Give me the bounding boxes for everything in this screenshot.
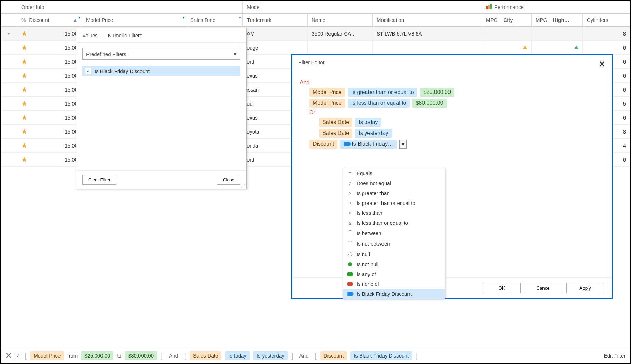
star-icon: ★: [21, 57, 27, 66]
band-performance-label: Performance: [494, 4, 524, 10]
column-filter-popup: Values Numeric Filters Predefined Filter…: [76, 28, 247, 189]
tag-icon: [344, 142, 350, 146]
operator-option[interactable]: ≤Is less than or equal to: [343, 218, 445, 228]
operator-option[interactable]: Is not null: [343, 259, 445, 269]
band-order-info[interactable]: Order Info: [17, 1, 243, 13]
condition-row[interactable]: Model Price Is greater than or equal to …: [309, 88, 604, 97]
operator-option[interactable]: Is any of: [343, 269, 445, 279]
operator-chip[interactable]: Is Black Friday Discount: [350, 351, 412, 360]
operator-option[interactable]: ⌒Is between: [343, 228, 445, 238]
value-chip[interactable]: $80,000.00: [125, 351, 157, 360]
col-sales-date-label: Sales Date: [190, 17, 215, 23]
filter-icon[interactable]: ▾: [78, 15, 80, 20]
cancel-button[interactable]: Cancel: [525, 283, 562, 293]
col-model-price[interactable]: Model Price ▾: [82, 14, 186, 26]
field-chip[interactable]: Sales Date: [190, 351, 221, 360]
tab-values[interactable]: Values: [82, 32, 98, 38]
value-chip[interactable]: $80,000.00: [412, 99, 446, 108]
condition-row[interactable]: Model Price Is less than or equal to $80…: [309, 99, 604, 108]
col-modification[interactable]: Modification: [373, 14, 482, 26]
and-label: And: [299, 353, 309, 359]
col-sales-date[interactable]: Sales Date ▾: [186, 14, 243, 26]
tab-numeric-filters[interactable]: Numeric Filters: [108, 32, 143, 38]
operator-dropdown-button[interactable]: ▾: [399, 140, 407, 149]
col-name[interactable]: Name: [308, 14, 373, 26]
checkbox-icon[interactable]: ✓: [85, 68, 91, 74]
operator-option[interactable]: ◌Is null: [343, 249, 445, 259]
condition-row[interactable]: Sales Date Is yesterday: [319, 129, 604, 138]
enable-filter-checkbox[interactable]: ✓: [15, 353, 21, 359]
and-label: And: [169, 353, 178, 359]
band-performance[interactable]: Performance: [482, 1, 630, 13]
field-chip[interactable]: Sales Date: [319, 118, 352, 127]
col-mpg-high-bold: High…: [553, 17, 569, 23]
col-discount[interactable]: Discount ▲ ▾: [17, 14, 82, 26]
field-chip[interactable]: Sales Date: [319, 129, 352, 138]
operator-dropdown-list[interactable]: =Equals≠Does not equal>Is greater than≥I…: [343, 168, 445, 299]
operator-chip[interactable]: Is today: [225, 351, 250, 360]
operator-option[interactable]: =Equals: [343, 168, 445, 178]
operator-option[interactable]: ⌒Is not between: [343, 238, 445, 249]
bracket-icon: [: [25, 351, 27, 360]
resize-grip-icon[interactable]: ⋰: [241, 183, 246, 188]
condition-row[interactable]: Discount Is Black Friday… ▾: [309, 140, 604, 149]
operator-symbol-icon: ⌒: [347, 230, 353, 236]
filter-icon[interactable]: ▾: [183, 15, 185, 20]
value-chip[interactable]: $25,000.00: [81, 351, 113, 360]
operator-option-label: Is not null: [357, 261, 378, 267]
bracket-icon: [: [315, 351, 317, 360]
field-chip[interactable]: Model Price: [30, 351, 64, 360]
field-chip[interactable]: Discount: [309, 140, 337, 149]
band-model[interactable]: Model: [243, 1, 482, 13]
operator-option-label: Is null: [357, 251, 370, 257]
field-chip[interactable]: Model Price: [309, 88, 345, 97]
ok-button[interactable]: OK: [483, 283, 521, 293]
remove-filter-icon[interactable]: ✕: [5, 351, 12, 360]
operator-chip[interactable]: Is today: [355, 118, 381, 127]
col-cylinders[interactable]: Cylinders: [583, 14, 630, 26]
field-chip[interactable]: Discount: [320, 351, 347, 360]
trademark-cell: odge: [243, 41, 308, 54]
band-header: Order Info Model Performance: [1, 1, 630, 14]
group-operator-or[interactable]: Or: [309, 110, 604, 116]
rating-cell: ★: [17, 97, 27, 110]
star-icon: ★: [21, 141, 27, 150]
col-mpg-city[interactable]: MPG City: [482, 14, 532, 26]
modification-cell: ST LWB 5.7L V8 6A: [373, 27, 482, 40]
operator-chip[interactable]: Is less than or equal to: [348, 99, 410, 108]
discount-cell: 15.00: [27, 139, 82, 152]
predefined-filters-dropdown[interactable]: Predefined Filters ▾: [82, 48, 240, 60]
value-chip[interactable]: $25,000.00: [420, 88, 454, 97]
col-mpg-highway[interactable]: MPG High…: [532, 14, 583, 26]
cylinders-cell: 8: [583, 27, 630, 40]
operator-symbol-icon: =: [347, 170, 353, 176]
band-indicator: [1, 1, 17, 13]
operator-option-label: Is greater than or equal to: [357, 200, 415, 206]
operator-chip[interactable]: Is greater than or equal to: [348, 88, 417, 97]
field-chip[interactable]: Model Price: [309, 99, 345, 108]
group-operator-and[interactable]: And: [300, 80, 604, 86]
filter-item-black-friday[interactable]: ✓ Is Black Friday Discount: [82, 66, 240, 76]
close-button[interactable]: Close: [217, 175, 240, 185]
operator-option-label: Is between: [357, 230, 381, 236]
operator-option[interactable]: Is Black Friday Discount: [343, 289, 445, 299]
operator-chip[interactable]: Is yesterday: [253, 351, 288, 360]
clear-filter-button[interactable]: Clear Filter: [82, 175, 116, 185]
discount-cell: 15.00: [27, 97, 82, 110]
apply-button[interactable]: Apply: [566, 283, 604, 293]
col-trademark[interactable]: Trademark: [243, 14, 308, 26]
operator-chip-custom[interactable]: Is Black Friday…: [340, 140, 397, 149]
close-icon[interactable]: ✕: [599, 59, 605, 69]
filter-icon[interactable]: ▾: [239, 15, 241, 20]
condition-row[interactable]: Sales Date Is today: [319, 118, 604, 127]
filter-item-label: Is Black Friday Discount: [95, 68, 150, 74]
operator-option[interactable]: >Is greater than: [343, 188, 445, 198]
operator-option[interactable]: ≠Does not equal: [343, 178, 445, 188]
edit-filter-link[interactable]: Edit Filter: [604, 353, 626, 359]
operator-option[interactable]: Is none of: [343, 279, 445, 289]
operator-chip[interactable]: Is yesterday: [355, 129, 391, 138]
operator-option[interactable]: <Is less than: [343, 208, 445, 218]
operator-chip-label: Is Black Friday…: [352, 141, 393, 147]
chevron-down-icon: ▾: [234, 51, 237, 57]
operator-option[interactable]: ≥Is greater than or equal to: [343, 198, 445, 208]
